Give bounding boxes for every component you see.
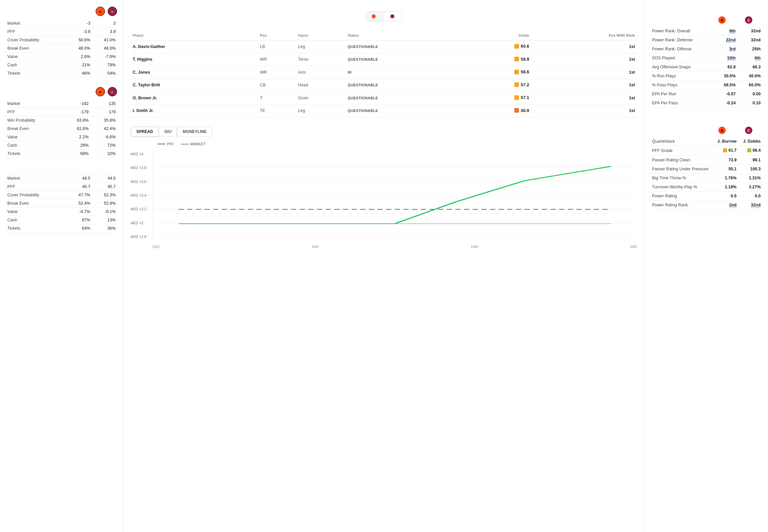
table-row: Power Rating Rank2nd32nd (651, 201, 762, 210)
injuries-section: Player Pos Injury Status Grade Pos WAR R… (131, 11, 637, 117)
table-row: Cash21%79% (6, 61, 117, 69)
moneyline-section: B C Market-162135PFF-179179Win Probabili… (6, 87, 117, 158)
x-label: 10/4 (471, 245, 478, 249)
svg-point-9 (390, 14, 394, 18)
table-row: Value2.6%-7.0% (6, 53, 117, 61)
status-col-header: Status (346, 32, 466, 40)
x-label: 10/5 (630, 245, 637, 249)
chart-legend: PFF MARKET (157, 142, 637, 146)
y-label: ARZ +3.4 (131, 193, 152, 197)
table-row: Break Even61.6%42.4% (6, 125, 117, 133)
y-label: ARZ +2.8 (131, 235, 152, 239)
table-row: C. Taylor-Britt CB Head QUESTIONABLE 57.… (131, 79, 637, 92)
table-row: Value-4.7%-0.1% (6, 208, 117, 216)
table-row: Break Even52.4%52.4% (6, 199, 117, 208)
odds-section: SPREAD O/U MONEYLINE PFF MARKET (131, 127, 637, 249)
team-tabs[interactable] (365, 11, 403, 21)
x-axis-labels: 10/310/410/410/5 (152, 245, 637, 249)
table-row: Turnover-Worthy Play %1.18%3.27% (651, 183, 762, 192)
table-row: Power Rating6.50.0 (651, 192, 762, 201)
total-under-header (66, 171, 92, 174)
right-column: B C Power Rank: Overall 9th 32nd Power R… (645, 0, 768, 532)
y-label: ARZ +3 (131, 221, 152, 225)
y-label: ARZ +3.8 (131, 166, 152, 170)
spread-section: B C Market-33PFF-3.93.9Cover Probability… (6, 7, 117, 78)
qb-table: QuarterbackJ. BurrowJ. DobbsPFF Grade 61… (651, 137, 762, 210)
table-row: C. Jones WR Arm IR 58.6 1st (131, 66, 637, 79)
table-row: Tickets68%32% (6, 150, 117, 158)
qb-bengals-logo: B (709, 126, 735, 134)
table-row: Cash87%13% (6, 216, 117, 224)
table-row: Passer Rating Clean73.999.1 (651, 156, 762, 165)
metrics-table: Power Rank: Overall 9th 32nd Power Rank:… (651, 27, 762, 108)
moneyline-logos: B C (96, 87, 117, 96)
qb-header (651, 117, 762, 122)
table-row: PFF45.745.7 (6, 183, 117, 191)
table-row: Avg Offensive Snaps 62.8 66.3 (651, 63, 762, 72)
moneyline-table: Market-162135PFF-179179Win Probability63… (6, 100, 117, 158)
table-row: SOS Played 10th 4th (651, 54, 762, 63)
y-axis-labels: ARZ +4ARZ +3.8ARZ +3.6ARZ +3.4ARZ +3.2AR… (131, 152, 152, 239)
table-row: Power Rank: Overall 9th 32nd (651, 27, 762, 36)
pos-col-header: Pos (258, 32, 296, 40)
svg-point-8 (372, 14, 376, 18)
grade-col-header: Grade (466, 32, 531, 40)
bengals-logo-ml: B (96, 87, 105, 96)
y-label: ARZ +3.6 (131, 180, 152, 184)
spread-title: B C (6, 7, 117, 16)
left-column: B C Market-33PFF-3.93.9Cover Probability… (0, 0, 123, 532)
table-row: Big-Time Throw %1.76%1.31% (651, 174, 762, 183)
spread-odds-tab[interactable]: SPREAD (131, 127, 159, 137)
table-row: O. Brown Jr. T Groin QUESTIONABLE 57.1 1… (131, 92, 637, 105)
odds-chart: PFF MARKET ARZ +4ARZ +3.8ARZ +3.6ARZ +3.… (131, 142, 637, 249)
table-row: PFF-3.93.9 (6, 28, 117, 36)
table-row: Power Rank: Defense 22nd 32nd (651, 36, 762, 45)
table-row: Market-33 (6, 19, 117, 28)
svg-text:B: B (99, 10, 101, 13)
cardinals-col-logo: C (735, 16, 762, 24)
svg-text:B: B (721, 129, 723, 133)
table-row: PFF Grade 61.7 68.4 (651, 146, 762, 156)
y-label: ARZ +3.2 (131, 207, 152, 211)
moneyline-odds-tab[interactable]: MONEYLINE (177, 127, 212, 137)
table-row: % Pass Plays 69.5% 60.0% (651, 81, 762, 90)
total-over-header (92, 171, 117, 174)
ou-odds-tab[interactable]: O/U (159, 127, 177, 137)
spread-logos: B C (96, 7, 117, 16)
bengals-tab[interactable] (365, 12, 384, 21)
table-row: Tickets46%54% (6, 69, 117, 78)
x-label: 10/3 (152, 245, 159, 249)
market-legend: MARKET (181, 142, 206, 146)
svg-text:B: B (99, 91, 101, 94)
cardinals-logo-ml: C (108, 87, 117, 96)
table-row: Power Rank: Offense 3rd 25th (651, 45, 762, 54)
table-row: Market44.544.5 (6, 174, 117, 183)
qb-section: B C QuarterbackJ. BurrowJ. DobbsPFF Grad… (651, 117, 762, 210)
table-row: Cover Probability47.7%52.3% (6, 191, 117, 199)
pff-legend: PFF (157, 142, 174, 146)
table-row: Break Even48.0%48.0% (6, 44, 117, 53)
table-row: QuarterbackJ. BurrowJ. Dobbs (651, 137, 762, 146)
svg-text:C: C (747, 19, 750, 22)
moneyline-title: B C (6, 87, 117, 96)
svg-text:B: B (721, 19, 723, 22)
total-table: Market44.544.5PFF45.745.7Cover Probabili… (6, 171, 117, 233)
injury-col-header: Injury (296, 32, 346, 40)
table-row: EPA Per Run -0.07 0.00 (651, 90, 762, 99)
cardinals-tab[interactable] (384, 12, 403, 21)
war-rank-col-header: Pos WAR Rank (531, 32, 637, 40)
svg-text:C: C (111, 10, 113, 13)
table-row: Win Probability63.8%35.8% (6, 116, 117, 125)
chart-drawing-area (152, 152, 637, 239)
bengals-logo-spread: B (96, 7, 105, 16)
metrics-header (651, 7, 762, 11)
table-row: % Run Plays 30.5% 40.0% (651, 72, 762, 81)
table-row: Cover Probability50.6%41.0% (6, 36, 117, 44)
bengals-col-logo: B (709, 16, 735, 24)
odds-tabs[interactable]: SPREAD O/U MONEYLINE (131, 127, 637, 137)
svg-text:C: C (111, 91, 113, 94)
x-label: 10/4 (312, 245, 319, 249)
qb-cardinals-logo: C (735, 126, 762, 134)
middle-column: Player Pos Injury Status Grade Pos WAR R… (123, 0, 645, 532)
total-section: Market44.544.5PFF45.745.7Cover Probabili… (6, 167, 117, 233)
